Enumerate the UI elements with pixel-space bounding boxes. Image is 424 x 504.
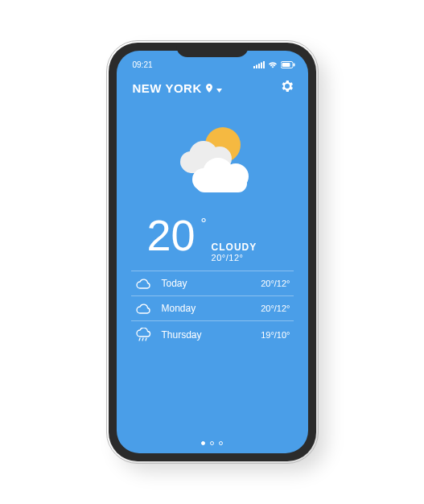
forecast-row[interactable]: Monday 20°/12° — [131, 295, 294, 320]
svg-rect-1 — [256, 64, 257, 68]
svg-line-19 — [146, 338, 146, 341]
forecast-range: 19°/10° — [261, 330, 290, 340]
temperature-display: 20° CLOUDY 20°/12° — [117, 205, 308, 271]
svg-rect-7 — [293, 63, 294, 66]
phone-frame: 09:21 NEW YORK — [109, 43, 316, 461]
svg-line-18 — [142, 338, 143, 341]
gear-icon — [281, 80, 294, 93]
pager-dot[interactable] — [219, 441, 223, 445]
settings-button[interactable] — [281, 80, 294, 96]
pager-dot[interactable] — [201, 441, 205, 445]
dropdown-caret-icon — [216, 81, 222, 95]
app-screen: 09:21 NEW YORK — [117, 51, 308, 453]
svg-line-17 — [139, 338, 140, 341]
wifi-icon — [268, 61, 278, 68]
forecast-row[interactable]: Thursday 19°/10° — [131, 320, 294, 348]
forecast-range: 20°/12° — [261, 279, 290, 288]
location-pin-icon — [206, 81, 212, 95]
svg-rect-2 — [258, 64, 260, 68]
forecast-day: Today — [162, 278, 252, 289]
forecast-day: Monday — [162, 303, 252, 314]
svg-rect-16 — [196, 175, 247, 192]
degree-symbol: ° — [200, 217, 206, 231]
cloud-icon — [134, 303, 152, 314]
svg-rect-6 — [282, 63, 290, 67]
location-city: NEW YORK — [133, 81, 202, 95]
pager-dot[interactable] — [210, 441, 214, 445]
forecast-range: 20°/12° — [261, 304, 290, 313]
cloud-icon — [134, 278, 152, 289]
svg-rect-0 — [253, 66, 255, 68]
current-weather — [117, 96, 308, 205]
device-notch — [176, 43, 249, 57]
condition-label: CLOUDY — [212, 242, 257, 253]
rain-icon — [134, 328, 152, 341]
condition-range: 20°/12° — [212, 253, 257, 262]
battery-icon — [281, 61, 295, 68]
partly-cloudy-icon — [117, 118, 308, 199]
svg-rect-4 — [263, 61, 265, 68]
condition-block: CLOUDY 20°/12° — [212, 242, 257, 266]
svg-rect-3 — [261, 62, 262, 68]
status-icons — [253, 61, 295, 68]
page-indicator[interactable] — [117, 441, 308, 445]
signal-icon — [253, 61, 265, 68]
status-time: 09:21 — [133, 60, 153, 69]
forecast-row[interactable]: Today 20°/12° — [131, 271, 294, 295]
forecast-day: Thursday — [162, 329, 252, 341]
current-temperature: 20° — [147, 213, 196, 257]
temp-value: 20 — [147, 211, 196, 259]
header: NEW YORK — [117, 72, 308, 96]
location-selector[interactable]: NEW YORK — [133, 81, 222, 95]
forecast-list[interactable]: Today 20°/12° Monday 20°/12° Thursday 19… — [117, 271, 308, 348]
